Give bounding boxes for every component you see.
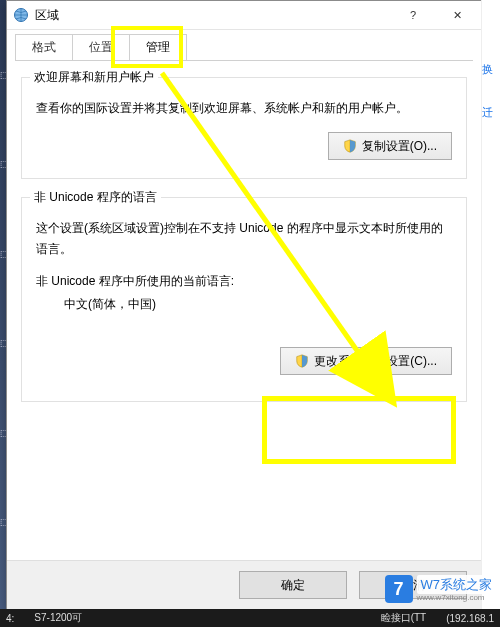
ok-button[interactable]: 确定: [239, 571, 347, 599]
taskbar[interactable]: 4: S7-1200可 睑接口(TT (192.168.1: [0, 609, 500, 627]
right-link-a[interactable]: 换: [482, 62, 500, 77]
copy-settings-button[interactable]: 复制设置(O)...: [328, 132, 452, 160]
taskbar-text: (192.168.1: [446, 613, 494, 624]
group-welcome-desc: 查看你的国际设置并将其复制到欢迎屏幕、系统帐户和新的用户帐户。: [36, 98, 452, 118]
shield-icon: [343, 139, 357, 153]
watermark: 7 W7系统之家 www.w7xitong.com: [385, 575, 497, 603]
right-link-b[interactable]: 迁: [482, 105, 500, 120]
tab-strip: 格式 位置 管理: [7, 30, 481, 60]
group-nonunicode-title: 非 Unicode 程序的语言: [30, 189, 161, 206]
tab-admin[interactable]: 管理: [129, 34, 187, 60]
tab-location[interactable]: 位置: [72, 34, 130, 60]
globe-icon: [13, 7, 29, 23]
tab-format[interactable]: 格式: [15, 34, 73, 60]
change-locale-label: 更改系统区域设置(C)...: [314, 353, 437, 370]
watermark-text: W7系统之家: [417, 575, 497, 594]
help-button[interactable]: ?: [391, 1, 435, 29]
taskbar-text: S7-1200可: [34, 611, 82, 625]
group-welcome: 欢迎屏幕和新用户帐户 查看你的国际设置并将其复制到欢迎屏幕、系统帐户和新的用户帐…: [21, 77, 467, 179]
group-nonunicode: 非 Unicode 程序的语言 这个设置(系统区域设置)控制在不支持 Unico…: [21, 197, 467, 402]
region-dialog: 区域 ? ✕ 格式 位置 管理 欢迎屏幕和新用户帐户 查看你的国际设置并将其复制…: [6, 0, 482, 610]
copy-settings-label: 复制设置(O)...: [362, 138, 437, 155]
group-nonunicode-desc: 这个设置(系统区域设置)控制在不支持 Unicode 的程序中显示文本时所使用的…: [36, 218, 452, 259]
watermark-url: www.w7xitong.com: [417, 594, 497, 602]
taskbar-text: 睑接口(TT: [381, 611, 427, 625]
highlight-change-locale: [262, 396, 456, 464]
group-welcome-title: 欢迎屏幕和新用户帐户: [30, 69, 158, 86]
current-locale-value: 中文(简体，中国): [36, 296, 452, 313]
current-locale-label: 非 Unicode 程序中所使用的当前语言:: [36, 273, 452, 290]
desktop-background: ⬚⬚⬚⬚⬚⬚ 区域 ? ✕ 格式 位置 管理 欢迎屏幕和新用户帐户: [0, 0, 500, 627]
taskbar-text: 4:: [6, 613, 14, 624]
change-locale-button[interactable]: 更改系统区域设置(C)...: [280, 347, 452, 375]
titlebar: 区域 ? ✕: [7, 1, 481, 30]
shield-icon: [295, 354, 309, 368]
right-cropped-panel: 换 迁: [481, 0, 500, 627]
close-button[interactable]: ✕: [435, 1, 479, 29]
tab-content: 欢迎屏幕和新用户帐户 查看你的国际设置并将其复制到欢迎屏幕、系统帐户和新的用户帐…: [7, 61, 481, 560]
window-title: 区域: [35, 7, 59, 24]
watermark-badge: 7: [385, 575, 413, 603]
